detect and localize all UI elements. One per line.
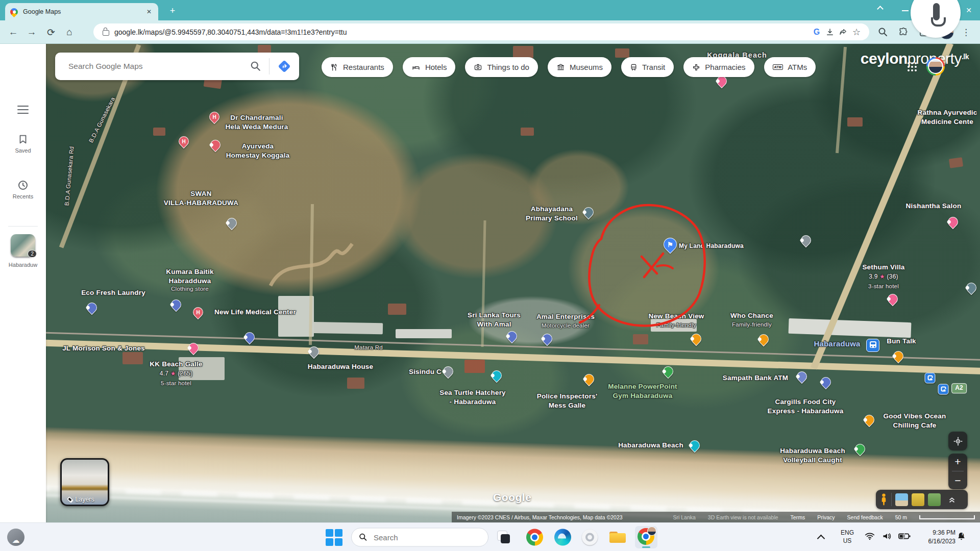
- street-view-bar: [876, 490, 968, 509]
- map-canvas[interactable]: [46, 43, 980, 522]
- notification-bell-icon[interactable]: z: [957, 531, 966, 543]
- pegman-icon[interactable]: [880, 493, 888, 506]
- chip-label: Restaurants: [343, 63, 384, 71]
- zoom-in-button[interactable]: [948, 454, 967, 470]
- google-maps-favicon: [9, 6, 19, 17]
- recent-place-thumbnail[interactable]: 2: [11, 234, 35, 257]
- search-icon: [359, 533, 368, 542]
- side-lane: [310, 204, 312, 345]
- back-icon[interactable]: ←: [6, 27, 20, 38]
- chrome-icon[interactable]: [526, 529, 543, 546]
- task-view-icon[interactable]: [496, 530, 511, 545]
- google-apps-grid-icon[interactable]: [908, 62, 918, 72]
- scale-text: 50 m: [895, 514, 907, 520]
- chip-label: Pharmacies: [705, 63, 745, 71]
- zoom-out-button[interactable]: [948, 472, 967, 489]
- address-bar[interactable]: google.lk/maps/@5.9945597,80.3040751,443…: [93, 23, 869, 40]
- maps-search-input[interactable]: [67, 61, 238, 71]
- museums-icon: [556, 63, 565, 71]
- start-button[interactable]: [325, 529, 342, 546]
- edge-icon[interactable]: [554, 529, 571, 546]
- transit-icon: [630, 63, 638, 71]
- browser-toolbar: ← → ⟳ ⌂ google.lk/maps/@5.9945597,80.304…: [0, 20, 980, 44]
- chip-label: ATMs: [788, 63, 807, 71]
- chip-things-to-do[interactable]: Things to do: [465, 57, 538, 77]
- maps-account-avatar[interactable]: [926, 57, 945, 76]
- clock-display[interactable]: 9:36 PM6/16/2023: [913, 529, 955, 546]
- chip-atms[interactable]: ATM ATMs: [764, 57, 816, 77]
- bookmark-star-icon[interactable]: ☆: [850, 27, 863, 38]
- terms-link[interactable]: Terms: [791, 514, 805, 520]
- share-icon[interactable]: [837, 28, 850, 37]
- download-icon[interactable]: [823, 28, 837, 37]
- browser-tab-bar: Google Maps: [0, 0, 980, 20]
- search-icon[interactable]: [250, 61, 261, 72]
- region-label: Sri Lanka: [673, 514, 695, 520]
- volume-icon[interactable]: [882, 532, 892, 542]
- url-text[interactable]: google.lk/maps/@5.9945597,80.3040751,443…: [114, 28, 810, 36]
- saved-label: Saved: [0, 147, 46, 154]
- taskbar-search-input[interactable]: [373, 533, 467, 542]
- app-ring-icon[interactable]: [582, 530, 598, 545]
- chip-label: Hotels: [425, 63, 447, 71]
- imagery-thumbnail[interactable]: [895, 493, 908, 506]
- sidebar-item-recents[interactable]: Recents: [0, 179, 46, 199]
- things-to-do-icon: [474, 63, 482, 71]
- battery-icon[interactable]: [898, 533, 911, 542]
- side-lane: [837, 47, 845, 153]
- chip-pharmacies[interactable]: Pharmacies: [683, 57, 754, 77]
- search-divider: [269, 58, 270, 74]
- google-g-icon[interactable]: G: [810, 28, 823, 37]
- expand-chevrons-icon[interactable]: [947, 495, 957, 504]
- taskbar-search-box[interactable]: [351, 528, 488, 547]
- extensions-puzzle-icon[interactable]: [898, 27, 909, 37]
- scale-bar: [919, 515, 975, 519]
- reload-icon[interactable]: ⟳: [44, 26, 58, 38]
- recent-place-label: Habaraduw: [0, 262, 46, 268]
- chip-hotels[interactable]: Hotels: [403, 57, 456, 77]
- layers-control[interactable]: Layers: [60, 458, 109, 506]
- windows-taskbar: ENGUS 9:36 PM6/16/2023 z: [0, 522, 980, 551]
- maps-search-box[interactable]: [55, 53, 299, 80]
- new-tab-button[interactable]: [167, 6, 178, 16]
- chip-transit[interactable]: Transit: [621, 57, 674, 77]
- menu-hamburger-icon[interactable]: [17, 106, 29, 114]
- browser-tab[interactable]: Google Maps: [5, 3, 158, 20]
- google-logo: Google: [493, 491, 531, 504]
- chip-restaurants[interactable]: Restaurants: [322, 57, 393, 77]
- window-close-button[interactable]: [965, 6, 973, 14]
- recent-count-badge: 2: [28, 250, 37, 258]
- my-location-button[interactable]: [948, 432, 967, 450]
- send-feedback-link[interactable]: Send feedback: [847, 514, 883, 520]
- attribution-bar: Imagery ©2023 CNES / Airbus, Maxar Techn…: [452, 512, 980, 522]
- tray-chevron-icon[interactable]: [817, 533, 826, 542]
- file-explorer-icon[interactable]: [609, 529, 626, 546]
- tab-search-chevron-icon[interactable]: [877, 6, 884, 13]
- maps-side-rail: Saved Recents 2 Habaraduw: [0, 43, 46, 522]
- browser-menu-dots-icon[interactable]: ⋮: [962, 27, 970, 37]
- lock-icon: [103, 30, 109, 36]
- home-icon[interactable]: ⌂: [62, 27, 77, 38]
- matara-road: [46, 343, 980, 371]
- chip-museums[interactable]: Museums: [548, 57, 611, 77]
- sidebar-item-saved[interactable]: Saved: [0, 133, 46, 154]
- chip-label: Transit: [642, 63, 665, 71]
- restaurants-icon: [330, 63, 338, 71]
- directions-icon[interactable]: [277, 59, 292, 74]
- window-minimize-button[interactable]: [901, 6, 910, 14]
- junction-road: [814, 43, 950, 368]
- chrome-profile-badge: [647, 527, 656, 536]
- atm-icon: ATM: [773, 64, 783, 70]
- chrome-active-window-icon[interactable]: [635, 526, 657, 548]
- imagery-thumbnail[interactable]: [912, 493, 924, 506]
- language-indicator[interactable]: ENGUS: [837, 529, 857, 545]
- find-in-page-icon[interactable]: [878, 27, 888, 37]
- category-chips-row: Restaurants Hotels Things to do Museums …: [322, 57, 816, 77]
- privacy-link[interactable]: Privacy: [817, 514, 835, 520]
- imagery-credits: Imagery ©2023 CNES / Airbus, Maxar Techn…: [457, 514, 623, 520]
- widgets-icon[interactable]: [7, 529, 24, 546]
- forward-icon[interactable]: →: [24, 27, 39, 38]
- imagery-thumbnail[interactable]: [928, 493, 941, 506]
- wifi-icon[interactable]: [865, 532, 875, 542]
- tab-close-icon[interactable]: [145, 8, 153, 16]
